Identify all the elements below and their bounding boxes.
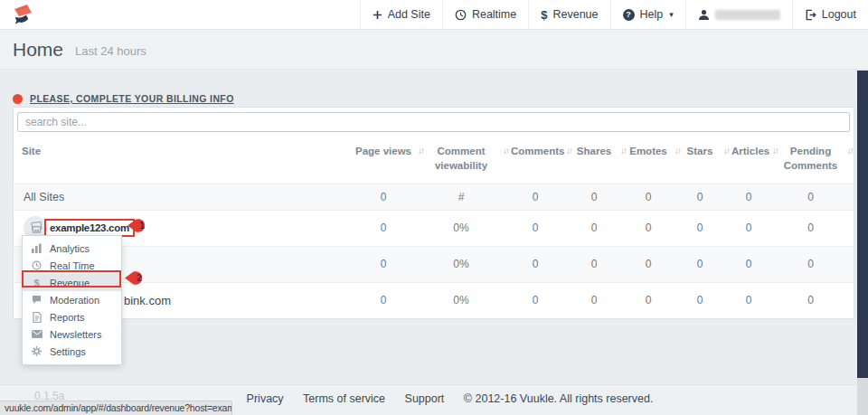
scrollbar-thumb[interactable] (857, 71, 868, 378)
cell-value: 0% (424, 282, 509, 318)
realtime-label: Realtime (472, 8, 516, 21)
sites-panel: Site Page views↓↑ Comment viewability↓↑ … (13, 107, 854, 319)
cell-value: 0 (730, 210, 778, 246)
page-header: Home Last 24 hours (0, 30, 868, 70)
cell-value: 0 (354, 184, 424, 210)
logout-label: Logout (822, 8, 856, 21)
sort-icon[interactable]: ↓↑ (620, 145, 626, 157)
sort-icon[interactable]: ↓↑ (847, 145, 853, 157)
menu-item-reports[interactable]: Reports (23, 308, 121, 325)
cell-value: 0 (627, 184, 681, 210)
billing-info-link[interactable]: PLEASE, COMPLETE YOUR BILLING INFO (30, 93, 234, 104)
table-row-example123[interactable]: example123.com 0 0% 0 0 0 0 0 0 (14, 210, 854, 246)
cell-value: 0 (354, 210, 424, 246)
browser-status-url: vuukle.com/admin/app/#/dashboard/revenue… (0, 401, 232, 415)
realtime-button[interactable]: Realtime (442, 0, 528, 29)
sort-icon[interactable]: ↓↑ (723, 145, 729, 157)
sites-table: Site Page views↓↑ Comment viewability↓↑ … (14, 136, 854, 318)
clock-icon (31, 260, 42, 270)
column-header-emotes[interactable]: Emotes↓↑ (627, 136, 681, 184)
search-input[interactable] (17, 112, 850, 132)
menu-item-settings[interactable]: Settings (23, 343, 121, 360)
cell-value: 0 (778, 210, 854, 246)
help-label: Help (640, 8, 664, 21)
menu-item-analytics[interactable]: Analytics (23, 240, 121, 257)
cell-value: 0 (778, 246, 854, 282)
cell-value: 0 (681, 246, 730, 282)
column-header-page-views[interactable]: Page views↓↑ (354, 136, 424, 184)
vuukle-logo[interactable] (11, 3, 35, 27)
menu-item-newsletters[interactable]: Newsletters (23, 325, 121, 343)
sort-icon[interactable]: ↓↑ (675, 145, 680, 157)
revenue-label: Revenue (552, 8, 598, 21)
cell-value: 0% (424, 210, 509, 246)
column-header-stars[interactable]: Stars↓↑ (681, 136, 730, 184)
cell-value: 0 (681, 210, 730, 246)
sort-icon[interactable]: ↓↑ (566, 145, 571, 157)
cell-value: 0 (509, 246, 572, 282)
menu-item-label: Analytics (50, 243, 90, 254)
table-header-row: Site Page views↓↑ Comment viewability↓↑ … (14, 136, 854, 184)
cell-value: 0 (681, 184, 730, 210)
cell-value: 0 (730, 282, 778, 318)
column-header-comment-viewability[interactable]: Comment viewability↓↑ (424, 136, 509, 184)
menu-item-label: Newsletters (50, 329, 101, 340)
menu-item-revenue[interactable]: $ Revenue (23, 274, 121, 291)
logout-button[interactable]: Logout (792, 0, 868, 29)
site-name-example123-annotated[interactable]: example123.com (44, 219, 135, 237)
user-icon (698, 9, 710, 21)
column-header-shares[interactable]: Shares↓↑ (572, 136, 627, 184)
revenue-button[interactable]: $ Revenue (528, 0, 609, 29)
table-row-hidden-site[interactable]: 0 0% 0 0 0 0 0 0 (14, 246, 854, 282)
table-row-all-sites[interactable]: All Sites 0 # 0 0 0 0 0 0 (14, 184, 854, 210)
support-link[interactable]: Support (405, 392, 445, 405)
bar-chart-icon (31, 243, 42, 253)
cell-value: 0 (509, 210, 572, 246)
sort-icon[interactable]: ↓↑ (772, 145, 778, 157)
gear-icon (31, 346, 42, 356)
privacy-link[interactable]: Privacy (247, 392, 284, 405)
sort-icon[interactable]: ↓↑ (418, 145, 423, 157)
cell-value: 0 (627, 282, 681, 318)
user-email-redacted (715, 10, 780, 20)
clock-icon (455, 9, 467, 21)
dollar-icon: $ (31, 278, 42, 288)
cell-value: # (424, 184, 509, 210)
alert-dot-icon (13, 94, 23, 104)
cell-value: 0 (627, 246, 681, 282)
cell-value: 0 (681, 282, 730, 318)
user-account-menu[interactable] (685, 0, 792, 29)
cell-value: 0 (572, 210, 627, 246)
cell-value: 0 (730, 246, 778, 282)
page-title: Home (13, 39, 63, 61)
question-icon: ? (623, 9, 635, 21)
column-header-comments[interactable]: Comments↓↑ (509, 136, 572, 184)
menu-item-label: Revenue (50, 278, 90, 288)
add-site-label: Add Site (388, 8, 430, 21)
cell-value: 0% (424, 246, 509, 282)
sort-icon[interactable]: ↓↑ (503, 145, 508, 157)
cell-value: 0 (627, 210, 681, 246)
cell-value: 0 (730, 184, 778, 210)
cell-value: 0 (572, 282, 627, 318)
table-row-bink[interactable]: bink.com 0 0% 0 0 0 0 0 0 (14, 282, 854, 318)
menu-item-real-time[interactable]: Real Time (23, 257, 121, 274)
column-header-pending-comments[interactable]: Pending Comments↓↑ (778, 136, 854, 184)
site-name-all-sites[interactable]: All Sites (14, 184, 354, 210)
add-site-button[interactable]: Add Site (360, 0, 442, 29)
terms-link[interactable]: Terms of service (303, 392, 385, 405)
plus-icon (373, 10, 382, 20)
menu-item-moderation[interactable]: Moderation (23, 291, 121, 308)
cell-value: 0 (509, 282, 572, 318)
scrollbar-track[interactable] (857, 71, 868, 415)
comment-icon (31, 295, 42, 305)
page-subtitle: Last 24 hours (75, 44, 146, 58)
help-menu[interactable]: ? Help ▾ (610, 0, 685, 29)
cell-value: 0 (572, 246, 627, 282)
cell-value: 0 (778, 282, 854, 318)
column-header-site: Site (14, 136, 354, 184)
logout-icon (805, 9, 816, 21)
column-header-articles[interactable]: Articles↓↑ (730, 136, 778, 184)
photos-icon (29, 222, 42, 234)
cell-value: 0 (509, 184, 572, 210)
